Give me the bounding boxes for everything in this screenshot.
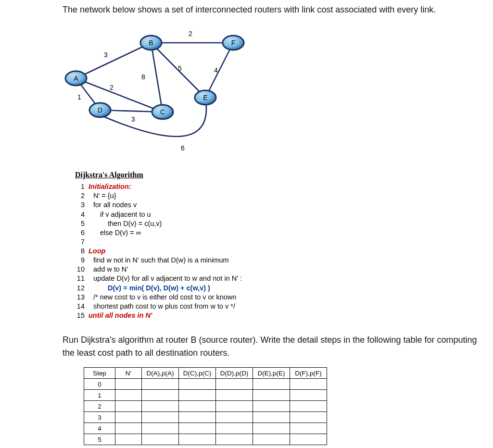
- cell: [290, 390, 327, 401]
- col-df: D(F),p(F): [290, 368, 327, 379]
- cell: [142, 390, 179, 401]
- instruction-text: Run Dijkstra's algorithm at router B (so…: [63, 334, 486, 360]
- node-B: B: [140, 36, 162, 50]
- network-diagram: A B C D E F 3 1: [63, 21, 493, 162]
- cell: [179, 412, 216, 423]
- code-line-13: /* new cost to v is either old cost to v…: [88, 293, 236, 302]
- step-cell: 2: [84, 401, 115, 412]
- table-row: 3: [84, 412, 327, 423]
- code-line-6: else D(v) = ∞: [88, 228, 141, 237]
- cell: [142, 423, 179, 434]
- code-line-8: Loop: [88, 247, 105, 256]
- edge-A-B: [76, 43, 151, 78]
- col-nprime: N': [115, 368, 142, 379]
- weight-B-C: 8: [141, 73, 145, 81]
- cell: [216, 401, 253, 412]
- node-D: D: [89, 103, 111, 117]
- node-C: C: [152, 105, 173, 119]
- step-cell: 4: [84, 423, 115, 434]
- node-E: E: [195, 90, 216, 105]
- cell: [142, 412, 179, 423]
- code-line-15: until all nodes in N': [88, 311, 152, 320]
- code-line-14: shortest path cost to w plus cost from w…: [88, 302, 235, 311]
- cell: [290, 379, 327, 390]
- svg-text:C: C: [160, 108, 165, 116]
- svg-text:A: A: [74, 75, 78, 82]
- algorithm-code: 1Initialization: 2N' = {u} 3for all node…: [75, 182, 493, 320]
- code-line-5: then D(v) = c(u,v): [88, 219, 162, 228]
- cell: [216, 379, 253, 390]
- cell: [290, 423, 327, 434]
- code-line-12: D(v) = min( D(v), D(w) + c(w,v) ): [88, 284, 210, 293]
- code-line-10: add w to N': [88, 265, 128, 274]
- intro-text: The network below shows a set of interco…: [63, 4, 493, 16]
- cell: [142, 434, 179, 445]
- cell: [253, 423, 290, 434]
- cell: [290, 412, 327, 423]
- step-cell: 5: [84, 434, 115, 445]
- svg-text:E: E: [203, 94, 207, 101]
- cell: [179, 423, 216, 434]
- cell: [290, 401, 327, 412]
- cell: [179, 401, 216, 412]
- svg-text:D: D: [98, 106, 102, 114]
- cell: [115, 390, 142, 401]
- code-line-1: Initialization:: [88, 182, 131, 191]
- weight-A-D: 1: [77, 93, 81, 101]
- weight-E-F: 4: [214, 66, 218, 74]
- graph-svg: A B C D E F 3 1: [63, 21, 274, 160]
- svg-text:B: B: [149, 39, 153, 47]
- cell: [216, 423, 253, 434]
- table-row: 4: [84, 423, 327, 434]
- cell: [253, 412, 290, 423]
- cell: [253, 390, 290, 401]
- col-dc: D(C),p(C): [179, 368, 216, 379]
- cell: [179, 390, 216, 401]
- col-dd: D(D),p(D): [216, 368, 253, 379]
- weight-B-F: 2: [189, 30, 192, 37]
- table-row: 2: [84, 401, 327, 412]
- table-row: 5: [84, 434, 327, 445]
- cell: [253, 401, 290, 412]
- cell: [216, 412, 253, 423]
- table-row: 0: [84, 379, 327, 390]
- cell: [115, 434, 142, 445]
- cell: [115, 412, 142, 423]
- edge-E-D: [96, 98, 206, 137]
- col-de: D(E),p(E): [253, 368, 290, 379]
- code-line-4: if v adjacent to u: [88, 210, 151, 219]
- cell: [253, 379, 290, 390]
- code-line-2: N' = {u}: [88, 191, 116, 200]
- step-cell: 0: [84, 379, 115, 390]
- code-line-11: update D(v) for all v adjacent to w and …: [88, 274, 242, 283]
- cell: [115, 423, 142, 434]
- svg-text:F: F: [231, 39, 236, 47]
- dijkstra-table: Step N' D(A),p(A) D(C),p(C) D(D),p(D) D(…: [84, 367, 327, 445]
- code-line-3: for all nodes v: [88, 200, 137, 210]
- table-header-row: Step N' D(A),p(A) D(C),p(C) D(D),p(D) D(…: [84, 368, 327, 379]
- code-line-9: find w not in N' such that D(w) is a min…: [88, 256, 229, 265]
- node-A: A: [65, 71, 87, 86]
- step-cell: 1: [84, 390, 115, 401]
- cell: [179, 434, 216, 445]
- weight-B-E: 5: [178, 64, 182, 72]
- algorithm-title: Dijkstra's Algorithm: [75, 171, 493, 179]
- cell: [142, 401, 179, 412]
- cell: [115, 401, 142, 412]
- weight-A-B: 3: [104, 51, 108, 59]
- node-F: F: [223, 36, 244, 50]
- table-row: 1: [84, 390, 327, 401]
- cell: [142, 379, 179, 390]
- cell: [216, 434, 253, 445]
- cell: [253, 434, 290, 445]
- col-step: Step: [84, 368, 115, 379]
- cell: [216, 390, 253, 401]
- algorithm-block: Dijkstra's Algorithm 1Initialization: 2N…: [75, 171, 493, 320]
- weight-A-C: 2: [110, 84, 114, 91]
- cell: [115, 379, 142, 390]
- edge-E-F: [205, 43, 233, 98]
- weight-D-C: 3: [131, 115, 135, 123]
- step-cell: 3: [84, 412, 115, 423]
- col-da: D(A),p(A): [142, 368, 179, 379]
- cell: [290, 434, 327, 445]
